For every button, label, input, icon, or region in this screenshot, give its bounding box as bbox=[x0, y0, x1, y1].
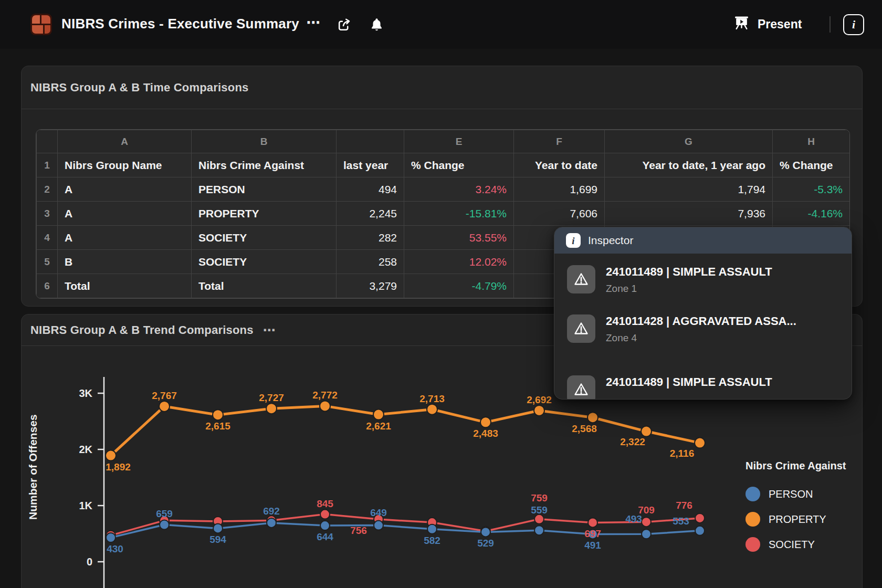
cell-crime-against[interactable]: SOCIETY bbox=[192, 250, 337, 274]
cell-last-year[interactable]: 3,279 bbox=[337, 274, 404, 298]
cell-year-to-date-1y-ago[interactable]: 1,794 bbox=[605, 177, 773, 202]
cell-group-name[interactable]: Total bbox=[58, 274, 192, 298]
legend-item-person[interactable]: PERSON bbox=[746, 481, 846, 507]
inspector-item[interactable]: 241011489 | SIMPLE ASSAULTZone 1 bbox=[567, 265, 839, 295]
legend-item-society[interactable]: SOCIETY bbox=[746, 532, 846, 557]
cell-pct-change[interactable]: 3.24% bbox=[404, 177, 514, 202]
time-comparisons-header: NIBRS Group A & B Time Comparisons bbox=[22, 66, 862, 109]
column-header[interactable]: Nibrs Crime Against bbox=[192, 153, 337, 177]
point-society-9[interactable] bbox=[534, 514, 544, 524]
column-letter-G[interactable]: G bbox=[605, 130, 773, 153]
inspector-popup: i Inspector 241011489 | SIMPLE ASSAULTZo… bbox=[554, 227, 852, 400]
cell-year-to-date-1y-ago[interactable]: 7,936 bbox=[605, 202, 773, 226]
column-letter-A[interactable]: A bbox=[58, 130, 192, 153]
cell-pct-change[interactable]: 53.55% bbox=[404, 226, 514, 250]
cell-crime-against[interactable]: PERSON bbox=[192, 177, 337, 202]
column-header[interactable]: Year to date bbox=[514, 153, 605, 177]
point-property-4[interactable] bbox=[266, 403, 277, 414]
point-person-5[interactable] bbox=[320, 521, 330, 530]
logo-tile bbox=[32, 25, 43, 34]
inspector-item[interactable]: 241011428 | AGGRAVATED ASSA...Zone 4 bbox=[567, 314, 839, 344]
point-property-7[interactable] bbox=[427, 404, 437, 415]
inspector-item-text: 241011489 | SIMPLE ASSAULT bbox=[606, 375, 772, 400]
row-number[interactable]: 2 bbox=[37, 177, 58, 202]
row-number[interactable]: 1 bbox=[37, 153, 58, 177]
share-icon[interactable] bbox=[335, 16, 353, 33]
column-letter-B[interactable]: B bbox=[192, 130, 337, 153]
cell-crime-against[interactable]: Total bbox=[192, 274, 337, 298]
point-person-7[interactable] bbox=[427, 524, 437, 534]
cell-pct-change[interactable]: -15.81% bbox=[404, 202, 514, 226]
point-property-9[interactable] bbox=[534, 405, 544, 416]
cell-group-name[interactable]: A bbox=[58, 226, 192, 250]
point-person-9[interactable] bbox=[534, 526, 544, 535]
cell-pct-change-2[interactable]: -5.3% bbox=[773, 177, 850, 202]
cell-year-to-date[interactable]: 7,606 bbox=[514, 202, 605, 226]
point-property-2[interactable] bbox=[159, 401, 170, 412]
point-person-2[interactable] bbox=[160, 520, 169, 529]
column-header[interactable]: % Change bbox=[404, 153, 514, 177]
row-number[interactable]: 5 bbox=[37, 250, 58, 274]
point-society-11[interactable] bbox=[642, 517, 651, 527]
column-letter-E[interactable]: E bbox=[404, 130, 514, 153]
cell-group-name[interactable]: B bbox=[58, 250, 192, 274]
cell-year-to-date[interactable]: 1,699 bbox=[514, 177, 605, 202]
column-letter-F[interactable]: F bbox=[514, 130, 605, 153]
notifications-bell-icon[interactable] bbox=[368, 16, 385, 33]
cell-crime-against[interactable]: SOCIETY bbox=[192, 226, 337, 250]
point-person-8[interactable] bbox=[481, 527, 490, 537]
data-label-property-5: 2,772 bbox=[312, 390, 338, 401]
point-society-5[interactable] bbox=[320, 510, 330, 519]
point-person-11[interactable] bbox=[642, 529, 651, 539]
column-letters-row: ABEFGH bbox=[37, 130, 850, 153]
legend-title: Nibrs Crime Against bbox=[746, 460, 846, 472]
y-tick-label: 0 bbox=[87, 556, 92, 568]
present-button[interactable]: Present bbox=[733, 15, 802, 34]
point-property-3[interactable] bbox=[213, 410, 223, 420]
point-property-10[interactable] bbox=[587, 412, 598, 423]
topbar-divider bbox=[830, 16, 831, 33]
inspector-item-text: 241011489 | SIMPLE ASSAULTZone 1 bbox=[606, 265, 772, 295]
point-person-4[interactable] bbox=[267, 518, 276, 528]
point-person-1[interactable] bbox=[106, 533, 116, 542]
point-property-12[interactable] bbox=[695, 438, 705, 448]
info-button[interactable]: i bbox=[843, 14, 864, 35]
point-society-10[interactable] bbox=[588, 518, 597, 527]
cell-group-name[interactable]: A bbox=[58, 202, 192, 226]
row-number[interactable]: 6 bbox=[37, 274, 58, 298]
cell-last-year[interactable]: 2,245 bbox=[337, 202, 404, 226]
column-header[interactable]: Nibrs Group Name bbox=[58, 153, 192, 177]
row-number[interactable]: 3 bbox=[37, 202, 58, 226]
point-property-11[interactable] bbox=[641, 426, 652, 437]
legend-item-property[interactable]: PROPERTY bbox=[746, 507, 846, 532]
cell-last-year[interactable]: 494 bbox=[337, 177, 404, 202]
point-person-6[interactable] bbox=[374, 521, 383, 530]
point-property-5[interactable] bbox=[320, 401, 330, 411]
point-society-12[interactable] bbox=[695, 513, 705, 523]
inspector-item[interactable]: 241011489 | SIMPLE ASSAULT bbox=[567, 375, 839, 400]
cell-last-year[interactable]: 258 bbox=[337, 250, 404, 274]
app-logo[interactable] bbox=[30, 14, 52, 35]
cell-group-name[interactable]: A bbox=[58, 177, 192, 202]
cell-last-year[interactable]: 282 bbox=[337, 226, 404, 250]
column-letter-H[interactable]: H bbox=[773, 130, 850, 153]
column-header[interactable]: % Change bbox=[773, 153, 850, 177]
column-header[interactable]: last year bbox=[337, 153, 404, 177]
cell-crime-against[interactable]: PROPERTY bbox=[192, 202, 337, 226]
point-property-8[interactable] bbox=[480, 417, 491, 427]
cell-pct-change[interactable]: -4.79% bbox=[404, 274, 514, 298]
more-options-icon[interactable]: ⋯ bbox=[304, 14, 322, 31]
point-person-12[interactable] bbox=[695, 526, 705, 536]
data-label-person-4: 692 bbox=[263, 506, 280, 517]
row-number[interactable]: 4 bbox=[37, 226, 58, 250]
point-property-1[interactable] bbox=[106, 450, 116, 461]
data-label-person-12: 553 bbox=[673, 516, 689, 527]
point-person-3[interactable] bbox=[213, 523, 223, 533]
cell-pct-change-2[interactable]: -4.16% bbox=[773, 202, 850, 226]
point-property-6[interactable] bbox=[373, 410, 384, 420]
cell-pct-change[interactable]: 12.02% bbox=[404, 250, 514, 274]
time-comparisons-title: NIBRS Group A & B Time Comparisons bbox=[30, 81, 248, 94]
column-header[interactable]: Year to date, 1 year ago bbox=[605, 153, 773, 177]
column-letter-blank[interactable] bbox=[37, 130, 58, 153]
column-letter-blank[interactable] bbox=[337, 130, 404, 153]
